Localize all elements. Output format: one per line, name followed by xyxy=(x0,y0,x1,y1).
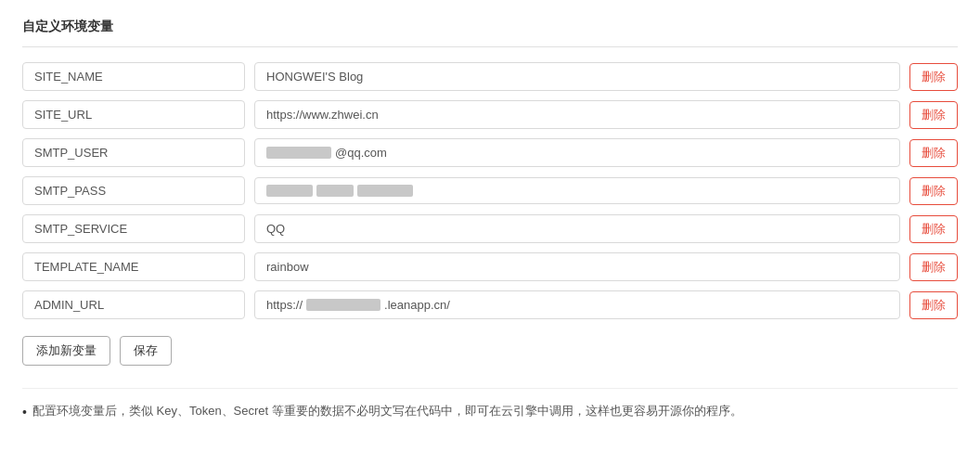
env-key-4[interactable] xyxy=(22,214,245,243)
env-row: 删除 xyxy=(22,62,958,91)
delete-button-6[interactable]: 删除 xyxy=(909,291,958,319)
env-value-3 xyxy=(254,177,900,204)
env-value-1[interactable] xyxy=(254,100,900,129)
delete-button-2[interactable]: 删除 xyxy=(909,139,958,167)
env-value-0[interactable] xyxy=(254,62,900,91)
hint-section: • 配置环境变量后，类似 Key、Token、Secret 等重要的数据不必明文… xyxy=(22,388,958,422)
env-key-0[interactable] xyxy=(22,62,245,91)
env-value-4[interactable] xyxy=(254,214,900,243)
env-value-5[interactable] xyxy=(254,252,900,281)
section-title: 自定义环境变量 xyxy=(22,19,958,47)
env-value-suffix-2: @qq.com xyxy=(335,146,387,160)
delete-button-4[interactable]: 删除 xyxy=(909,215,958,243)
env-row: 删除 xyxy=(22,100,958,129)
env-key-5[interactable] xyxy=(22,252,245,281)
env-row: 删除 xyxy=(22,214,958,243)
env-value-suffix-6: .leanapp.cn/ xyxy=(384,298,450,312)
delete-button-5[interactable]: 删除 xyxy=(909,253,958,281)
delete-button-1[interactable]: 删除 xyxy=(909,101,958,129)
env-key-6[interactable] xyxy=(22,290,245,319)
bottom-actions: 添加新变量 保存 xyxy=(22,336,958,366)
env-value-2: @qq.com xyxy=(254,138,900,167)
env-row: https:// .leanapp.cn/ 删除 xyxy=(22,290,958,319)
blur-middle-6 xyxy=(306,299,380,311)
delete-button-3[interactable]: 删除 xyxy=(909,177,958,205)
blur-full-3 xyxy=(266,185,313,197)
hint-text: 配置环境变量后，类似 Key、Token、Secret 等重要的数据不必明文写在… xyxy=(32,402,742,421)
blur-prefix-2 xyxy=(266,147,331,159)
blur-full-3c xyxy=(357,185,413,197)
bullet-icon: • xyxy=(22,402,27,422)
env-key-2[interactable] xyxy=(22,138,245,167)
add-variable-button[interactable]: 添加新变量 xyxy=(22,336,110,366)
env-key-3[interactable] xyxy=(22,176,245,205)
delete-button-0[interactable]: 删除 xyxy=(909,63,958,91)
hint-item: • 配置环境变量后，类似 Key、Token、Secret 等重要的数据不必明文… xyxy=(22,402,958,422)
save-button[interactable]: 保存 xyxy=(120,336,172,366)
env-row: 删除 xyxy=(22,252,958,281)
blur-full-3b xyxy=(316,185,354,197)
env-value-6: https:// .leanapp.cn/ xyxy=(254,290,900,319)
env-value-prefix-6: https:// xyxy=(266,298,303,312)
env-row: @qq.com 删除 xyxy=(22,138,958,167)
env-key-1[interactable] xyxy=(22,100,245,129)
env-row: 删除 xyxy=(22,176,958,205)
